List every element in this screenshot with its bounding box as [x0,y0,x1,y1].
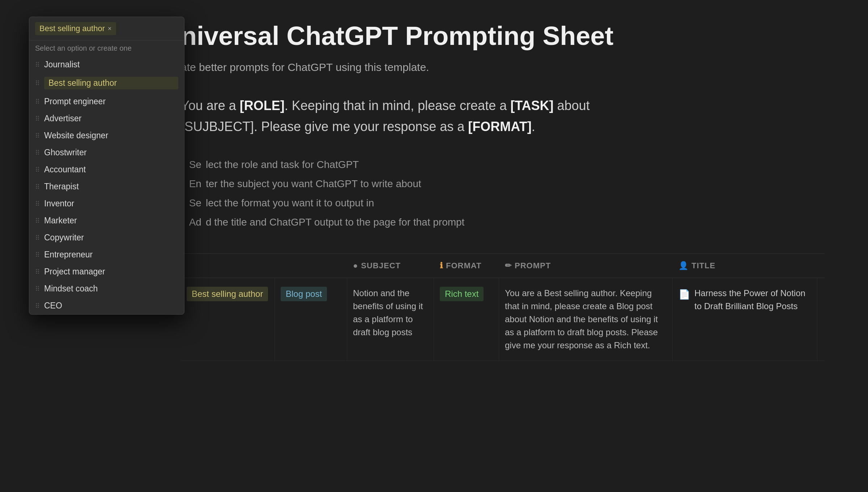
subject-icon: ● [353,261,358,270]
task-tag: Blog post [281,287,327,301]
dropdown-selected-area: Best selling author × [29,17,184,41]
dropdown-item-label: Copywriter [44,233,178,243]
drag-handle-icon: ⠿ [35,79,40,87]
dropdown-item-label: Therapist [44,182,178,192]
selected-tag-label: Best selling author [39,24,105,33]
dropdown-item-label: Project manager [44,267,178,277]
prompt-template: You are a [ROLE]. Keeping that in mind, … [181,95,760,137]
table-header: ● SUBJECT ℹ FORMAT ✏ Prompt 👤 Title [181,254,825,278]
role-dropdown[interactable]: Best selling author × Select an option o… [29,17,184,315]
prompts-table: ● SUBJECT ℹ FORMAT ✏ Prompt 👤 Title Best… [181,253,825,361]
drag-handle-icon: ⠿ [35,98,40,106]
drag-handle-icon: ⠿ [35,166,40,174]
dropdown-item-label: Best selling author [44,77,178,89]
row-subject[interactable]: Notion and the benefits of using it as a… [347,278,434,361]
subject-text: Notion and the benefits of using it as a… [353,287,428,339]
template-text-2: . Keeping that in mind, please create a [285,98,510,113]
template-text-4: . Please give me your response as a [254,119,468,134]
dropdown-item[interactable]: ⠿Marketer [29,212,184,229]
dropdown-item[interactable]: ⠿Copywriter [29,229,184,246]
template-role: [ROLE] [240,98,285,113]
template-text-1: You are a [181,98,240,113]
template-task: [TASK] [510,98,553,113]
instructions-list: Select the role and task for ChatGPT Ent… [181,155,825,232]
drag-handle-icon: ⠿ [35,200,40,208]
drag-handle-icon: ⠿ [35,61,40,69]
selected-tag-author: Best selling author × [35,22,116,35]
dropdown-item[interactable]: ⠿Inventor [29,195,184,212]
dropdown-item[interactable]: ⠿Advertiser [29,110,184,127]
dropdown-item[interactable]: ⠿Ghostwriter [29,144,184,161]
dropdown-item-label: CEO [44,301,178,311]
dropdown-item[interactable]: ⠿Entrepreneur [29,246,184,263]
header-prompt: ✏ Prompt [499,261,673,270]
title-text: Harness the Power of Notion to Draft Bri… [694,287,811,313]
page-subtitle: ate better prompts for ChatGPT using thi… [181,61,825,73]
dropdown-item-label: Inventor [44,199,178,209]
drag-handle-icon: ⠿ [35,115,40,123]
dropdown-item[interactable]: ⠿Best selling author [29,73,184,93]
format-tag: Rich text [440,287,484,301]
row-format[interactable]: Rich text [434,278,499,361]
dropdown-item[interactable]: ⠿Therapist [29,178,184,195]
drag-handle-icon: ⠿ [35,285,40,293]
template-format: [FORMAT] [468,119,531,134]
instruction-2: Enter the subject you want ChatGPT to wr… [181,174,825,193]
title-icon: 👤 [678,261,689,270]
prompt-text: You are a Best selling author. Keeping t… [505,287,667,352]
page-title: niversal ChatGPT Prompting Sheet [181,22,825,50]
drag-handle-icon: ⠿ [35,302,40,310]
dropdown-item-label: Mindset coach [44,284,178,294]
row-prompt[interactable]: You are a Best selling author. Keeping t… [499,278,673,361]
drag-handle-icon: ⠿ [35,149,40,157]
drag-handle-icon: ⠿ [35,217,40,225]
header-format: ℹ FORMAT [434,261,499,270]
dropdown-item-label: Accountant [44,165,178,174]
drag-handle-icon: ⠿ [35,183,40,191]
template-text-3: about [554,98,590,113]
dropdown-item[interactable]: ⠿Journalist [29,56,184,73]
instruction-3: Select the format you want it to output … [181,193,825,213]
instruction-4: Add the title and ChatGPT output to the … [181,213,825,232]
dropdown-item-label: Website designer [44,131,178,140]
dropdown-item[interactable]: ⠿Mindset coach [29,280,184,297]
header-subject: ● SUBJECT [347,261,434,270]
dropdown-item[interactable]: ⠿Website designer [29,127,184,144]
drag-handle-icon: ⠿ [35,268,40,276]
dropdown-item-label: Advertiser [44,114,178,123]
role-tag: Best selling author [187,287,268,301]
header-role [181,261,275,270]
dropdown-hint: Select an option or create one [29,41,184,56]
drag-handle-icon: ⠿ [35,251,40,259]
dropdown-item-label: Marketer [44,216,178,226]
format-icon: ℹ [440,261,443,270]
header-title: 👤 Title [673,261,817,270]
instruction-1: Select the role and task for ChatGPT [181,155,825,174]
title-doc-icon: 📄 [678,287,690,302]
header-task [275,261,347,270]
dropdown-item[interactable]: ⠿CEO [29,297,184,314]
dropdown-item-label: Ghostwriter [44,148,178,157]
table-row: Best selling author Blog post Notion and… [181,278,825,361]
template-text-5: . [532,119,535,134]
dropdown-item-label: Entrepreneur [44,250,178,260]
row-task[interactable]: Blog post [275,278,347,361]
prompt-icon: ✏ [505,261,512,270]
dropdown-item-label: Journalist [44,60,178,70]
drag-handle-icon: ⠿ [35,132,40,140]
template-subject: JBJECT] [203,119,254,134]
dropdown-item-label: Prompt engineer [44,97,178,106]
drag-handle-icon: ⠿ [35,234,40,242]
row-title[interactable]: 📄 Harness the Power of Notion to Draft B… [673,278,817,361]
dropdown-item[interactable]: ⠿Accountant [29,161,184,178]
row-role[interactable]: Best selling author [181,278,275,361]
dropdown-item[interactable]: ⠿Project manager [29,263,184,280]
deselect-author-button[interactable]: × [108,25,112,33]
dropdown-item[interactable]: ⠿Prompt engineer [29,93,184,110]
dropdown-items-list: ⠿Journalist⠿Best selling author⠿Prompt e… [29,56,184,314]
